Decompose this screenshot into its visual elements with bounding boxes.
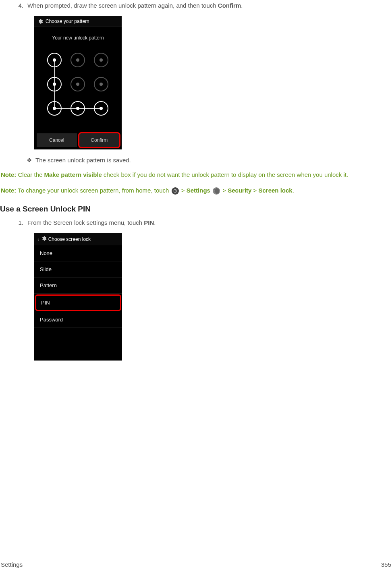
note-pattern-visible: Note: Clear the Make pattern visible che… <box>0 170 392 180</box>
option-none[interactable]: None <box>34 245 122 261</box>
option-slide[interactable]: Slide <box>34 261 122 278</box>
section-heading: Use a Screen Unlock PIN <box>0 205 392 213</box>
screenlock-screenshot: ‹ Choose screen lock None Slide Pattern … <box>34 233 392 361</box>
footer-section: Settings <box>1 561 23 568</box>
pattern-dot <box>94 101 108 116</box>
phone-header-title: Choose screen lock <box>48 236 91 242</box>
cancel-button[interactable]: Cancel <box>37 133 77 147</box>
note-change-pattern: Note: To change your unlock screen patte… <box>0 186 392 195</box>
pattern-dot <box>94 53 108 67</box>
page-number: 355 <box>381 561 391 568</box>
home-icon <box>172 187 179 195</box>
phone-header-title: Choose your pattern <box>46 19 89 24</box>
back-icon[interactable]: ‹ <box>37 236 39 242</box>
pattern-dot <box>47 53 62 67</box>
bullet-icon: ❖ <box>27 157 35 164</box>
phone-footer: Cancel Confirm <box>34 124 122 149</box>
pattern-dot <box>71 77 85 91</box>
screen-lock-options: None Slide Pattern PIN Password <box>34 245 122 328</box>
confirm-button[interactable]: Confirm <box>78 132 121 148</box>
pattern-dot <box>47 101 62 116</box>
gear-icon <box>37 19 43 24</box>
bullet-text: The screen unlock pattern is saved. <box>35 157 131 164</box>
pattern-grid <box>34 44 122 124</box>
page-footer: Settings 355 <box>0 561 392 568</box>
phone-header: Choose your pattern <box>34 16 122 27</box>
phone-subheader: Your new unlock pattern <box>34 27 122 44</box>
pattern-dot <box>94 77 108 91</box>
gear-icon <box>41 236 47 242</box>
svg-point-2 <box>174 190 175 191</box>
pattern-dot <box>71 53 85 67</box>
phone-screen-lock-menu: ‹ Choose screen lock None Slide Pattern … <box>34 233 122 361</box>
step-text: When prompted, draw the screen unlock pa… <box>27 2 392 9</box>
phone-screen-pattern: Choose your pattern Your new unlock patt… <box>34 16 122 149</box>
pattern-dot <box>71 101 85 116</box>
phone-header: ‹ Choose screen lock <box>34 233 122 245</box>
step-text: From the Screen lock settings menu, touc… <box>27 219 392 226</box>
step-4: 4. When prompted, draw the screen unlock… <box>16 2 392 9</box>
step-number: 1. <box>16 219 27 226</box>
option-pattern[interactable]: Pattern <box>34 278 122 294</box>
step-number: 4. <box>16 2 27 9</box>
option-pin[interactable]: PIN <box>35 294 121 311</box>
option-password[interactable]: Password <box>34 312 122 328</box>
pattern-dot <box>47 77 62 91</box>
result-bullet: ❖ The screen unlock pattern is saved. <box>27 157 392 164</box>
step-1: 1. From the Screen lock settings menu, t… <box>16 219 392 226</box>
pattern-screenshot: Choose your pattern Your new unlock patt… <box>34 16 392 149</box>
settings-icon <box>213 187 220 195</box>
